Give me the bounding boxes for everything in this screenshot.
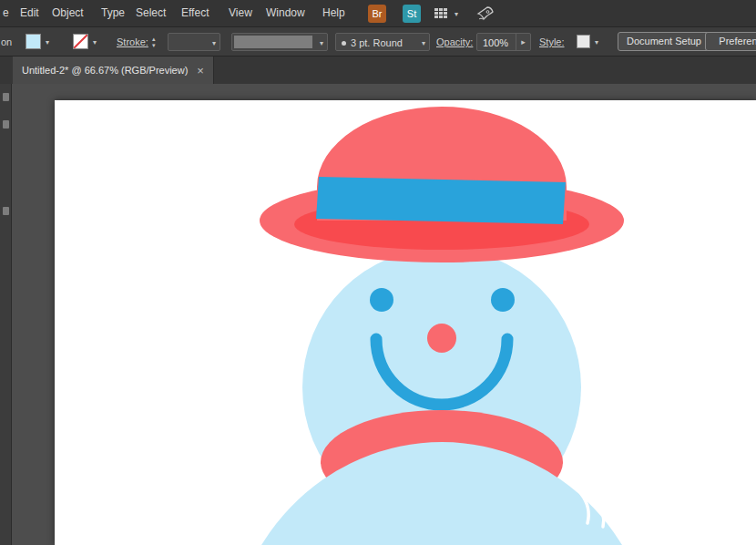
opacity-slider-arrow-icon[interactable]: ▸: [516, 34, 530, 50]
stepper-down-icon[interactable]: ▾: [152, 42, 156, 48]
menu-item-file-clipped[interactable]: e: [3, 0, 9, 26]
menu-item-object[interactable]: Object: [52, 0, 84, 26]
opacity-input[interactable]: 100% ▸: [476, 33, 531, 51]
chevron-down-icon[interactable]: ▾: [455, 11, 458, 18]
stroke-color-swatch[interactable]: [73, 34, 88, 49]
canvas-area: [0, 84, 756, 545]
snowman-right-eye[interactable]: [491, 288, 515, 312]
menu-item-type[interactable]: Type: [101, 0, 125, 26]
chevron-down-icon: ▾: [320, 40, 323, 47]
none-slash-icon: [74, 35, 87, 48]
stroke-chevron-down-icon[interactable]: ▾: [93, 39, 97, 46]
brush-definition-dropdown[interactable]: ▾: [231, 33, 328, 51]
tool-icon-fragment[interactable]: [3, 120, 9, 129]
stroke-weight-stepper[interactable]: ▴ ▾: [152, 36, 156, 48]
hat-band[interactable]: [316, 177, 566, 224]
tool-icon-fragment[interactable]: [3, 207, 9, 215]
stroke-weight-dropdown[interactable]: ▾: [168, 33, 220, 51]
menu-item-select[interactable]: Select: [136, 0, 166, 26]
bridge-badge[interactable]: Br: [368, 5, 386, 23]
menu-item-window[interactable]: Window: [266, 0, 305, 26]
document-setup-button[interactable]: Document Setup: [618, 32, 710, 51]
snowman-nose[interactable]: [427, 324, 456, 353]
menu-item-help[interactable]: Help: [322, 0, 345, 26]
artboard[interactable]: [55, 100, 756, 545]
preferences-button[interactable]: Preferences: [705, 32, 756, 51]
profile-dot-icon: [342, 41, 346, 46]
profile-value: 3 pt. Round: [351, 37, 403, 48]
fill-color-swatch[interactable]: [26, 34, 41, 49]
style-chevron-down-icon[interactable]: ▾: [595, 39, 598, 46]
stock-badge[interactable]: St: [403, 5, 421, 23]
style-label[interactable]: Style:: [539, 36, 565, 47]
snowman-artwork[interactable]: [55, 100, 756, 545]
tool-icon-fragment[interactable]: [3, 93, 9, 101]
rocket-icon[interactable]: [475, 5, 495, 23]
workspace-grid-icon[interactable]: [434, 8, 447, 18]
tab-bar: Untitled-2* @ 66.67% (RGB/Preview) ×: [0, 57, 756, 84]
stroke-label[interactable]: Stroke:: [117, 36, 148, 47]
illustrator-window: e Edit Object Type Select Effect View Wi…: [0, 0, 756, 545]
menu-bar: e Edit Object Type Select Effect View Wi…: [0, 0, 756, 27]
control-bar: on ▾ ▾ Stroke: ▴ ▾ ▾ ▾ 3 pt. Round ▾ Opa…: [0, 27, 756, 57]
menu-item-edit[interactable]: Edit: [20, 0, 39, 26]
tab-title: Untitled-2* @ 66.67% (RGB/Preview): [22, 65, 188, 76]
chevron-down-icon: ▾: [422, 40, 425, 47]
menu-item-view[interactable]: View: [229, 0, 252, 26]
menu-item-effect[interactable]: Effect: [181, 0, 209, 26]
document-tab[interactable]: Untitled-2* @ 66.67% (RGB/Preview) ×: [13, 57, 214, 84]
chevron-down-icon: ▾: [212, 40, 216, 47]
close-icon[interactable]: ×: [197, 65, 204, 77]
brush-preview: [234, 36, 312, 48]
style-swatch[interactable]: [577, 35, 590, 48]
snowman-left-eye[interactable]: [370, 288, 393, 312]
width-profile-dropdown[interactable]: 3 pt. Round ▾: [335, 33, 430, 51]
fill-chevron-down-icon[interactable]: ▾: [46, 39, 49, 46]
snowman-body[interactable]: [228, 442, 656, 545]
opacity-value: 100%: [483, 37, 508, 48]
clipped-panel-label: on: [1, 36, 12, 47]
opacity-label[interactable]: Opacity:: [436, 36, 473, 47]
tools-panel-sliver[interactable]: [0, 84, 12, 545]
stepper-up-icon[interactable]: ▴: [152, 36, 156, 42]
